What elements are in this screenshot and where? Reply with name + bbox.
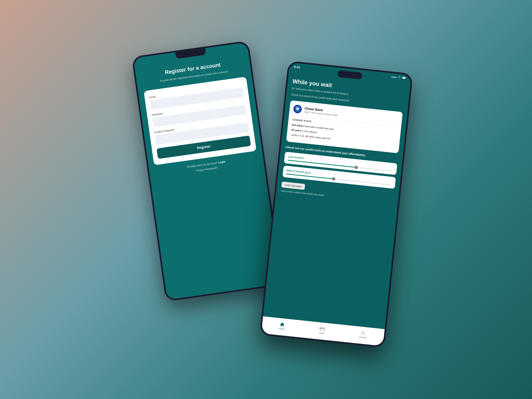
loan-amount-thumb[interactable] (354, 165, 358, 169)
get-to-know-text: Get to know about how much you need (281, 189, 393, 204)
status-time: 9:41 (294, 65, 300, 69)
login-link[interactable]: Login (218, 160, 226, 164)
phone-register: Register for a account Provide all the r… (132, 40, 283, 302)
bank-info: Chase Bank NMLS: 3030 | Equal Housing Le… (304, 107, 339, 117)
svg-rect-1 (402, 77, 405, 79)
nav-loans[interactable]: Loans (319, 326, 325, 334)
rate-interest-thumb[interactable] (332, 177, 336, 181)
chase-logo (293, 104, 302, 114)
wifi-icon (398, 76, 401, 79)
signal-icon: ●●●● (391, 76, 397, 79)
stat-highlight-loans: $19 billion (292, 123, 304, 127)
svg-point-8 (362, 331, 364, 333)
loans-nav-label: Loans (319, 332, 325, 334)
phone-wait: 9:41 ●●●● (260, 61, 413, 348)
register-form-card: Email Password Confirm Password Register (144, 77, 256, 165)
stat-highlight-years: 38 years (291, 128, 301, 132)
stat-text-years: in the industry (302, 129, 317, 134)
loan-calculator-button[interactable]: Loan Calculator (281, 181, 305, 190)
loans-icon (319, 326, 325, 331)
wait-screen-content: While you wait for awesome offers from a… (261, 62, 411, 346)
nav-home[interactable]: Home (279, 322, 285, 330)
home-icon (279, 322, 285, 327)
battery-icon (402, 76, 406, 80)
account-icon (360, 330, 366, 336)
svg-rect-7 (320, 329, 321, 330)
phones-container: Register for a account Provide all the r… (133, 28, 399, 370)
stat-text-loans: total loans funded last year (304, 125, 334, 131)
status-icons: ●●●● (391, 76, 406, 80)
home-nav-label: Home (279, 327, 285, 330)
tools-section: Check out our useful tools to understand… (281, 145, 398, 204)
svg-rect-6 (320, 328, 325, 329)
nav-account[interactable]: Account (359, 330, 367, 339)
bank-card: Chase Bank NMLS: 3030 | Equal Housing Le… (286, 100, 403, 153)
account-nav-label: Account (359, 336, 367, 339)
register-footer: Already have an account? Login Forgot Pa… (187, 160, 227, 175)
